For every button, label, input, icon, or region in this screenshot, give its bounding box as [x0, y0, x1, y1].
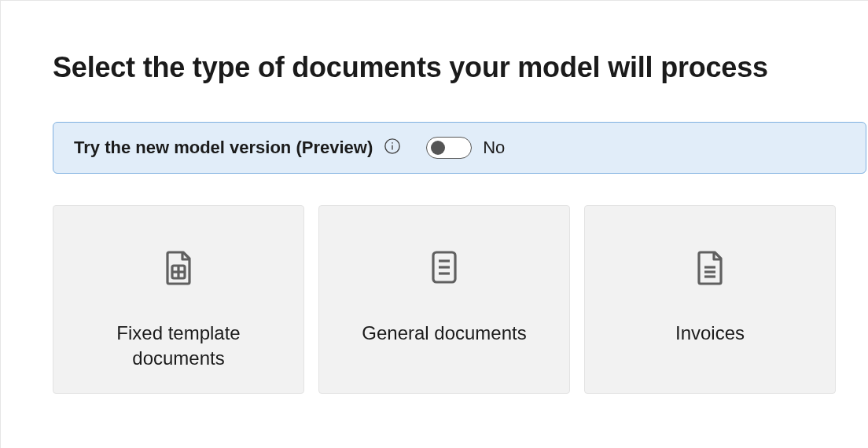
document-list-icon [425, 248, 463, 321]
card-label: General documents [343, 321, 545, 346]
svg-point-2 [392, 142, 393, 144]
preview-banner: Try the new model version (Preview) No [53, 122, 866, 174]
document-lines-icon [691, 248, 729, 321]
document-spreadsheet-icon [160, 248, 197, 321]
preview-banner-label: Try the new model version (Preview) [74, 138, 373, 158]
page-title: Select the type of documents your model … [53, 51, 868, 84]
card-label: Invoices [657, 321, 763, 346]
card-label: Fixed template documents [53, 321, 303, 372]
card-general-documents[interactable]: General documents [318, 205, 570, 394]
preview-toggle[interactable]: No [426, 137, 505, 159]
toggle-switch[interactable] [426, 137, 472, 159]
toggle-state-label: No [483, 138, 505, 158]
toggle-knob [431, 141, 445, 155]
info-icon[interactable] [384, 138, 415, 158]
document-type-cards: Fixed template documents General documen… [53, 205, 868, 394]
card-invoices[interactable]: Invoices [584, 205, 836, 394]
card-fixed-template[interactable]: Fixed template documents [53, 205, 304, 394]
